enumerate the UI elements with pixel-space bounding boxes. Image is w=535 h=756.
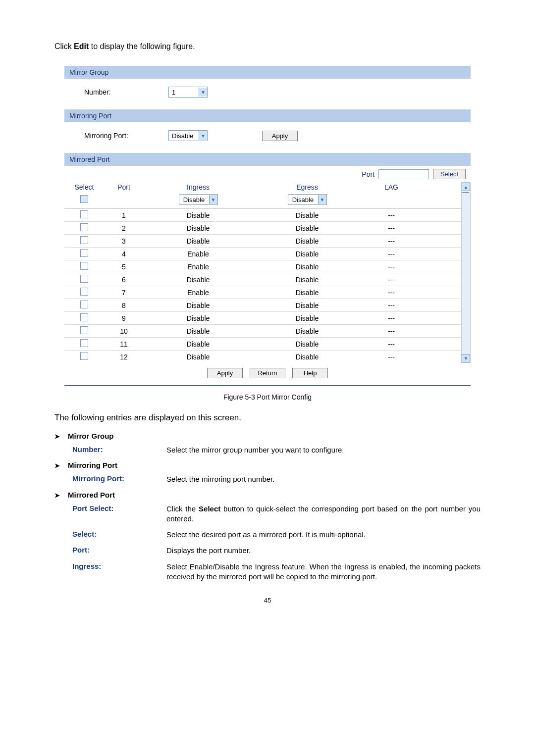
row-checkbox[interactable]	[80, 288, 88, 296]
egress-cell: Disable	[253, 224, 362, 232]
table-row: 6DisableDisable---	[64, 273, 461, 286]
entry-label: Port:	[72, 546, 166, 555]
ingress-cell: Disable	[144, 211, 253, 219]
lag-cell: ---	[362, 302, 421, 309]
scroll-thumb[interactable]	[462, 192, 469, 193]
port-cell: 12	[104, 353, 144, 361]
lag-cell: ---	[362, 263, 421, 271]
entry-row: Port:Displays the port number.	[72, 546, 481, 555]
arrow-icon: ➤	[54, 432, 60, 440]
config-panel: Mirror Group Number: 1 ▼ Mirroring Port …	[64, 66, 471, 386]
table-row: 3DisableDisable---	[64, 234, 461, 247]
lag-cell: ---	[362, 237, 421, 245]
entry-row: Mirroring Port:Select the mirroring port…	[72, 474, 481, 484]
port-cell: 9	[104, 314, 144, 322]
entry-desc: Select the mirroring port number.	[166, 474, 481, 484]
port-cell: 2	[104, 224, 144, 232]
apply-button[interactable]: Apply	[262, 131, 298, 141]
entry-row: Select:Select the desired port as a mirr…	[72, 530, 481, 540]
lag-cell: ---	[362, 327, 421, 335]
ingress-cell: Disable	[144, 314, 253, 322]
table-row: 8DisableDisable---	[64, 299, 461, 311]
port-cell: 3	[104, 237, 144, 245]
entry-label: Select:	[72, 530, 166, 540]
row-checkbox[interactable]	[80, 262, 88, 270]
table-row: 2DisableDisable---	[64, 221, 461, 234]
ingress-cell: Disable	[144, 276, 253, 284]
egress-cell: Disable	[253, 250, 362, 258]
port-cell: 5	[104, 263, 144, 271]
port-search-input[interactable]	[378, 169, 429, 179]
entry-heading: ➤Mirroring Port	[54, 461, 481, 469]
entry-label: Mirroring Port:	[72, 474, 166, 484]
figure-caption: Figure 5-3 Port Mirror Config	[54, 393, 481, 401]
mirroring-port-label: Mirroring Port:	[69, 132, 163, 140]
table-row: 10DisableDisable---	[64, 324, 461, 337]
egress-filter-select[interactable]: Disable ▼	[288, 194, 327, 205]
ingress-cell: Enable	[144, 250, 253, 258]
ingress-cell: Disable	[144, 353, 253, 361]
description-intro: The following entries are displayed on t…	[54, 413, 481, 423]
egress-cell: Disable	[253, 302, 362, 309]
entry-row: Number:Select the mirror group number yo…	[72, 445, 481, 455]
ingress-cell: Disable	[144, 340, 253, 348]
chevron-down-icon: ▼	[199, 131, 207, 140]
egress-cell: Disable	[253, 263, 362, 271]
row-checkbox[interactable]	[80, 313, 88, 321]
row-checkbox[interactable]	[80, 249, 88, 257]
lag-cell: ---	[362, 353, 421, 361]
row-checkbox[interactable]	[80, 339, 88, 347]
select-all-checkbox[interactable]	[80, 195, 88, 203]
egress-cell: Disable	[253, 289, 362, 297]
table-row: 11DisableDisable---	[64, 337, 461, 350]
lag-cell: ---	[362, 211, 421, 219]
egress-cell: Disable	[253, 237, 362, 245]
lag-cell: ---	[362, 340, 421, 348]
entry-desc: Select the desired port as a mirrored po…	[166, 530, 481, 540]
port-search-label: Port	[362, 170, 374, 178]
row-checkbox[interactable]	[80, 352, 88, 360]
row-checkbox[interactable]	[80, 223, 88, 231]
number-select[interactable]: 1 ▼	[168, 87, 208, 98]
ingress-cell: Disable	[144, 224, 253, 232]
table-row: 7EnableDisable---	[64, 286, 461, 299]
entry-desc: Click the Select button to quick-select …	[166, 504, 481, 524]
select-button[interactable]: Select	[433, 169, 466, 179]
apply-button[interactable]: Apply	[207, 368, 243, 378]
lag-cell: ---	[362, 289, 421, 297]
port-cell: 11	[104, 340, 144, 348]
mirror-group-header: Mirror Group	[64, 66, 471, 79]
arrow-icon: ➤	[54, 461, 60, 469]
help-button[interactable]: Help	[292, 368, 328, 378]
row-checkbox[interactable]	[80, 275, 88, 283]
chevron-down-icon: ▼	[199, 88, 207, 97]
port-cell: 8	[104, 302, 144, 309]
ingress-cell: Disable	[144, 327, 253, 335]
ingress-filter-select[interactable]: Disable ▼	[179, 194, 218, 205]
table-row: 1DisableDisable---	[64, 208, 461, 221]
arrow-icon: ➤	[54, 491, 60, 499]
scroll-down-icon[interactable]: ▼	[462, 354, 470, 362]
return-button[interactable]: Return	[250, 368, 285, 378]
entry-row: Ingress:Select Enable/Disable the Ingres…	[72, 562, 481, 582]
entry-desc: Select Enable/Disable the Ingress featur…	[166, 562, 481, 582]
row-checkbox[interactable]	[80, 236, 88, 244]
mirroring-port-select[interactable]: Disable ▼	[168, 130, 208, 141]
entry-desc: Select the mirror group number you want …	[166, 445, 481, 455]
chevron-down-icon: ▼	[209, 195, 217, 204]
lag-cell: ---	[362, 224, 421, 232]
ingress-cell: Enable	[144, 263, 253, 271]
lag-cell: ---	[362, 250, 421, 258]
row-checkbox[interactable]	[80, 210, 88, 218]
table-header: Select Port Ingress Egress LAG	[64, 182, 461, 192]
table-row: 4EnableDisable---	[64, 247, 461, 260]
row-checkbox[interactable]	[80, 301, 88, 308]
scroll-up-icon[interactable]: ▲	[462, 183, 470, 191]
ingress-cell: Enable	[144, 289, 253, 297]
port-cell: 7	[104, 289, 144, 297]
port-cell: 4	[104, 250, 144, 258]
scrollbar[interactable]: ▲ ▼	[461, 182, 471, 363]
divider	[64, 385, 471, 386]
row-checkbox[interactable]	[80, 326, 88, 334]
chevron-down-icon: ▼	[318, 195, 326, 204]
